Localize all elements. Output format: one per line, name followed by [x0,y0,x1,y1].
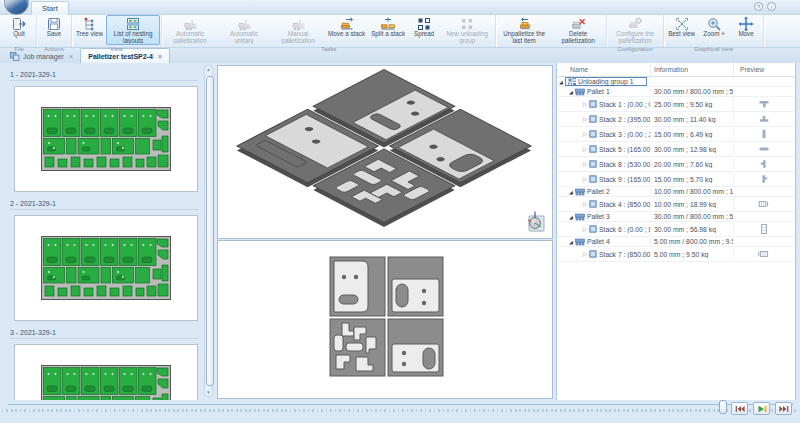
zoom-button[interactable]: Zoom + [698,15,730,45]
timeline-track[interactable] [2,409,798,412]
expander-expanded-icon[interactable]: ◢ [567,214,575,220]
unpalletize-icon [516,16,532,32]
expander-expanded-icon[interactable]: ◢ [557,79,565,85]
app-logo-icon[interactable] [4,0,29,15]
column-header-information[interactable]: Information [650,63,733,76]
nesting-layout-item-3[interactable] [14,344,198,400]
ribbon-group-label: Graphical view [665,45,762,53]
cell-preview [733,223,793,235]
new-unloading-group-button[interactable]: New unloading group [440,15,494,45]
auto-unitary-palletization-icon [236,16,252,32]
tree-row-pallet-2[interactable]: ◢Pallet 210.00 mm / 800.00 mm ; 18.99 k.… [557,187,795,197]
cell-preview [733,173,793,185]
cell-information: 10.00 mm ; 18.99 kg [650,201,733,208]
ribbon-button-label: Unpalletize the last item [500,31,548,44]
selected-item-box[interactable]: Unloading group 1 [565,77,647,86]
expander-collapsed-icon[interactable]: ▷ [581,116,589,122]
split-a-stack-button[interactable]: Split a stack [368,15,408,45]
cell-information: 30.00 mm ; 56.98 kg [650,226,733,233]
tree-row-stack-2[interactable]: ▷Stack 2 : (395.00 ; 0.00)30.00 mm ; 11.… [557,112,795,127]
move-a-stack-button[interactable]: Move a stack [325,15,368,45]
scrollbar-thumb[interactable] [206,76,214,386]
tree-row-stack-4[interactable]: ▷Stack 4 : (850.00 ; 0.00)10.00 mm ; 18.… [557,197,795,212]
expander-collapsed-icon[interactable]: ▷ [581,146,589,152]
scroll-down-icon[interactable]: ▼ [205,390,212,395]
item-name: Unloading group 1 [578,78,634,85]
cell-name: ▷Stack 1 : (0.00 ; 0.00) [557,100,650,108]
item-name: Stack 7 : (850.00 ; 850... [599,251,650,258]
save-icon [46,16,62,32]
tree-row-stack-1[interactable]: ▷Stack 1 : (0.00 ; 0.00)25.00 mm ; 9.50 … [557,97,795,112]
quit-button[interactable]: Quit [3,15,35,45]
tree-row-stack-3[interactable]: ▷Stack 3 : (0.00 ; 230.00)15.00 mm ; 6.4… [557,127,795,142]
tree-row-pallet-4[interactable]: ◢Pallet 45.00 mm / 800.00 mm ; 9.50 kg /… [557,237,795,247]
tree-view-button[interactable]: Tree view [73,15,106,45]
expander-collapsed-icon[interactable]: ▷ [581,251,589,257]
cell-name: ▷Stack 6 : (0.00 ; 850.00) [557,225,650,233]
layouts-scrollbar[interactable]: ▲ ▼ [204,65,213,397]
new-unloading-group-icon [459,16,475,32]
skip-last-button[interactable] [775,402,792,415]
tree-row-stack-6[interactable]: ▷Stack 6 : (0.00 ; 850.00)30.00 mm ; 56.… [557,222,795,237]
tree-row-stack-8[interactable]: ▷Stack 8 : (530.00 ; 230...20.00 mm ; 7.… [557,157,795,172]
expander-collapsed-icon[interactable]: ▷ [581,101,589,107]
tab-label: Job manager [23,53,64,60]
ribbon-button-label: List of nesting layouts [109,31,157,44]
expander-collapsed-icon[interactable]: ▷ [581,131,589,137]
timeline-thumb[interactable] [719,400,727,414]
title-bar: Start ? i [0,0,800,15]
tree-row-stack-7[interactable]: ▷Stack 7 : (850.00 ; 850...5.00 mm ; 9.5… [557,247,795,262]
unpalletize-the-last-item-button[interactable]: Unpalletize the last item [497,15,551,45]
play-button[interactable] [753,402,770,415]
play-icon [757,405,767,413]
nesting-layout-item-1[interactable] [14,86,198,192]
orientation-cube-widget[interactable] [523,210,545,232]
best-view-button[interactable]: Best view [665,15,698,45]
palletization-3d-view[interactable] [217,65,553,239]
item-name: Stack 2 : (395.00 ; 0.00) [599,116,650,123]
skip-first-button[interactable] [731,402,748,415]
cell-name: ▷Stack 2 : (395.00 ; 0.00) [557,115,650,123]
bar-horizontal-icon [757,143,771,155]
tree-row-unloading-group-1[interactable]: ◢Unloading group 1 [557,77,795,87]
tree-row-stack-9[interactable]: ▷Stack 9 : (165.00 ; 385...15.00 mm ; 5.… [557,172,795,187]
save-button[interactable]: Save [38,15,70,45]
nesting-layout-item-2[interactable] [14,215,198,321]
item-name: Pallet 1 [587,88,610,95]
cell-preview [733,198,793,210]
ribbon-group-label: File [3,45,35,53]
nesting-list-icon [125,16,141,32]
expander-expanded-icon[interactable]: ◢ [567,189,575,195]
stack-icon [589,225,597,233]
expander-collapsed-icon[interactable]: ▷ [581,161,589,167]
expander-collapsed-icon[interactable]: ▷ [581,226,589,232]
configure-the-palletization-button[interactable]: Configure the palletization [608,15,662,45]
expander-collapsed-icon[interactable]: ▷ [581,176,589,182]
expander-collapsed-icon[interactable]: ▷ [581,201,589,207]
scroll-up-icon[interactable]: ▲ [205,67,212,72]
column-header-name[interactable]: Name [557,63,650,76]
automatic-unitary-palletization-button[interactable]: Automatic unitary palletization [217,15,271,45]
palletization-2d-view[interactable] [217,240,553,399]
cell-preview [733,158,793,170]
help-icon[interactable]: ? [754,2,763,11]
expander-expanded-icon[interactable]: ◢ [567,89,575,95]
tree-row-stack-5[interactable]: ▷Stack 5 : (165.00 ; 230...30.00 mm ; 12… [557,142,795,157]
column-header-preview[interactable]: Preview [733,63,793,76]
info-icon[interactable]: i [767,2,776,11]
ribbon-group-graphical-view: Best viewZoom +MoveGraphical view [664,15,764,47]
stack-icon [589,160,597,168]
item-name: Pallet 2 [587,188,610,195]
manual-palletization-button[interactable]: Manual palletization [271,15,325,45]
tree-row-pallet-1[interactable]: ◢Pallet 130.00 mm / 800.00 mm ; 53.67 k.… [557,87,795,97]
automatic-palletization-button[interactable]: Automatic palletization [163,15,217,45]
move-button[interactable]: Move [730,15,762,45]
list-of-nesting-layouts-button[interactable]: List of nesting layouts [106,15,160,45]
cell-information: 5.00 mm / 800.00 mm ; 9.50 kg /... [650,238,733,245]
configure-palletization-icon [627,16,643,32]
ribbon-tab-start[interactable]: Start [31,1,69,15]
delete-palletization-button[interactable]: Delete palletization [551,15,605,45]
tree-row-pallet-3[interactable]: ◢Pallet 330.00 mm / 800.00 mm ; 56.98 k.… [557,212,795,222]
spread-button[interactable]: Spread [408,15,440,45]
expander-expanded-icon[interactable]: ◢ [567,239,575,245]
